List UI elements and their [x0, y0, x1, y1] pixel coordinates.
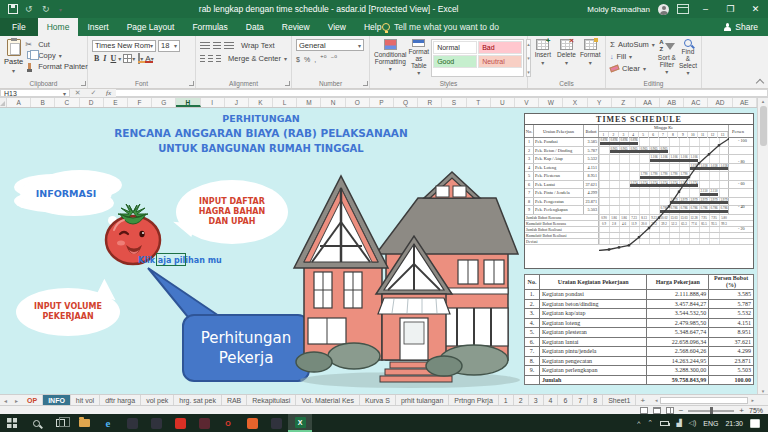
new-sheet-button[interactable]: + — [636, 395, 649, 405]
number-format-button[interactable]: ⁺⁰ — [320, 55, 327, 63]
battery-icon[interactable] — [660, 421, 669, 426]
restore-button[interactable]: ❐ — [722, 2, 739, 16]
column-header[interactable]: AE — [733, 98, 757, 107]
cancel-icon[interactable]: ✕ — [75, 89, 81, 97]
align-top-icon[interactable] — [200, 42, 210, 50]
delete-cells-button[interactable]: Delete▾ — [556, 39, 578, 77]
hscroll-left-icon[interactable]: ◂ — [653, 397, 660, 403]
clear-button[interactable]: Clear▾ — [610, 63, 655, 74]
input-daftar-harga-bubble[interactable]: INPUT DAFTAR HAGRA BAHAN DAN UPAH — [176, 180, 288, 244]
cell-style-option[interactable]: Bad — [478, 41, 522, 54]
sheet-tab[interactable]: hrg. sat pek — [174, 395, 222, 405]
volume-icon[interactable]: ◁) — [689, 419, 697, 427]
sort-filter-button[interactable]: AZSort & Filter▾ — [658, 39, 676, 77]
language-indicator[interactable]: ENG — [703, 420, 718, 427]
sheet-tab[interactable]: RAB — [222, 395, 247, 405]
sheet-tab[interactable]: hit vol — [71, 395, 100, 405]
taskbar-search-button[interactable] — [24, 414, 48, 432]
page-break-view-icon[interactable] — [666, 407, 674, 414]
insert-cells-button[interactable]: Insert▾ — [532, 39, 554, 77]
ribbon-tab[interactable]: View — [319, 18, 355, 36]
input-volume-bubble[interactable]: INPUT VOLUME PEKERJAAN — [16, 288, 120, 336]
zoom-level[interactable]: 75% — [749, 407, 763, 414]
column-header[interactable]: AC — [684, 98, 708, 107]
format-painter-button[interactable]: Format Painter — [25, 61, 88, 72]
save-icon[interactable] — [8, 4, 18, 14]
align-center-icon[interactable] — [208, 55, 212, 63]
fill-color-button[interactable]: ▾ — [137, 54, 144, 63]
sheet-tab[interactable]: 1 — [499, 395, 514, 405]
conditional-formatting-button[interactable]: Conditional Formatting▾ — [374, 39, 407, 77]
taskbar-app-button[interactable] — [240, 414, 264, 432]
column-header[interactable]: Y — [588, 98, 612, 107]
edge-button[interactable]: e — [96, 414, 120, 432]
column-header[interactable]: AD — [708, 98, 732, 107]
sheet-tab[interactable]: OP — [22, 395, 43, 405]
find-select-button[interactable]: Find & Select▾ — [679, 39, 697, 77]
ribbon-tab[interactable]: Review — [273, 18, 319, 36]
sheet-tab[interactable]: 2 — [514, 395, 529, 405]
column-header[interactable]: H — [176, 98, 200, 107]
sheet-tab[interactable]: INFO — [43, 395, 71, 405]
column-header[interactable]: J — [225, 98, 249, 107]
fill-button[interactable]: ↓Fill▾ — [610, 51, 655, 62]
italic-button[interactable]: I — [101, 53, 108, 65]
sheet-tab[interactable]: prhit tulangan — [396, 395, 449, 405]
select-all-corner[interactable] — [0, 98, 7, 107]
minimize-button[interactable]: – — [697, 2, 714, 16]
vertical-scrollbar[interactable]: ▴ ▾ — [757, 98, 768, 394]
copy-button[interactable]: Copy▾ — [25, 50, 88, 61]
ribbon-tab[interactable]: Insert — [78, 18, 117, 36]
sheet-tab[interactable]: 3 — [529, 395, 544, 405]
column-header[interactable]: C — [55, 98, 79, 107]
merge-center-button[interactable]: Merge & Center▾ — [228, 53, 287, 64]
sheet-tab[interactable]: Prtngn Pkrja — [449, 395, 499, 405]
qat-dropdown-icon[interactable]: ▾ — [59, 6, 62, 13]
sheet-tab[interactable]: vol pek — [141, 395, 174, 405]
ribbon-tab[interactable]: File — [0, 18, 38, 36]
hscroll-track[interactable] — [660, 397, 748, 404]
column-header[interactable]: AB — [660, 98, 684, 107]
cell-style-option[interactable]: Neutral — [478, 55, 522, 68]
column-header[interactable]: AA — [636, 98, 660, 107]
sheet-tab[interactable]: Sheet1 — [603, 395, 636, 405]
column-header[interactable]: F — [128, 98, 152, 107]
sheet-tab[interactable]: 6 — [558, 395, 573, 405]
ribbon-tab[interactable]: Home — [38, 18, 79, 36]
column-header[interactable]: S — [442, 98, 466, 107]
number-format-button[interactable]: % — [304, 56, 310, 63]
chevron-up-icon[interactable]: ⌃ — [647, 419, 653, 427]
tell-me-box[interactable]: Tell me what you want to do — [372, 18, 499, 36]
align-middle-icon[interactable] — [213, 42, 221, 50]
task-view-button[interactable] — [48, 414, 72, 432]
font-name-select[interactable]: Times New Rom▾ — [92, 40, 156, 52]
format-as-table-button[interactable]: Format as Table▾ — [409, 39, 430, 77]
sheet-tab[interactable]: Vol. Material Kes — [296, 395, 360, 405]
column-header[interactable]: K — [249, 98, 273, 107]
column-header[interactable]: U — [491, 98, 515, 107]
taskbar-app-button[interactable] — [120, 414, 144, 432]
column-header[interactable]: L — [273, 98, 297, 107]
font-color-button[interactable]: A▾ — [144, 54, 154, 63]
user-name[interactable]: Moldy Ramadhan — [587, 5, 650, 14]
column-header[interactable]: O — [346, 98, 370, 107]
tab-scroll-right-icon[interactable]: ▸ — [11, 395, 22, 405]
taskbar-app-button[interactable] — [144, 414, 168, 432]
column-header[interactable]: A — [7, 98, 31, 107]
bold-button[interactable]: B — [92, 53, 101, 65]
column-header[interactable]: X — [563, 98, 587, 107]
column-header[interactable]: P — [370, 98, 394, 107]
column-header[interactable]: Q — [394, 98, 418, 107]
file-explorer-button[interactable] — [72, 414, 96, 432]
taskbar-app-button[interactable] — [168, 414, 192, 432]
taskbar-app-button[interactable]: O — [216, 414, 240, 432]
sheet-tab[interactable]: Kurva S — [360, 395, 396, 405]
avatar[interactable] — [658, 4, 669, 15]
column-header[interactable]: G — [152, 98, 176, 107]
ribbon-tab[interactable]: Data — [237, 18, 273, 36]
number-format-button[interactable]: ⁻⁰ — [331, 55, 338, 63]
column-header[interactable]: W — [539, 98, 563, 107]
column-header[interactable]: V — [515, 98, 539, 107]
sheet-tab[interactable]: dftr harga — [100, 395, 141, 405]
ribbon-display-options-icon[interactable] — [677, 4, 689, 14]
